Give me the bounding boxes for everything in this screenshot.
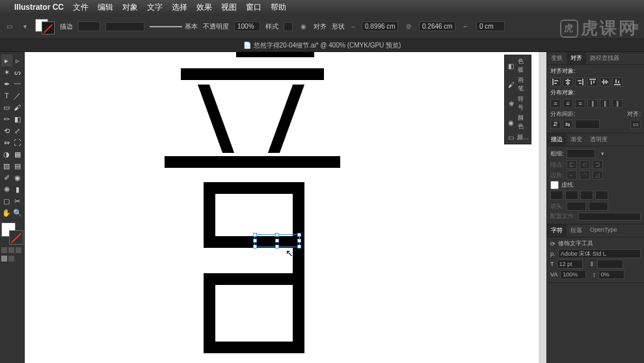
dashed-checkbox[interactable] xyxy=(550,181,559,189)
menu-effect[interactable]: 效果 xyxy=(196,2,212,13)
arrow-end[interactable] xyxy=(589,202,608,211)
link-wh-icon[interactable]: ⊘ xyxy=(403,21,414,32)
brush-def[interactable]: 基本 xyxy=(150,22,198,31)
line-tool[interactable]: ／ xyxy=(12,90,23,101)
character-tabs[interactable]: 字符 段落 OpenType xyxy=(547,224,644,237)
tab-transparency[interactable]: 透明度 xyxy=(586,133,611,146)
dist-vspace[interactable]: ⇵ xyxy=(550,120,561,129)
tab-transform[interactable]: 变换 xyxy=(547,52,567,64)
symbol-sprayer-tool[interactable]: ❋ xyxy=(1,183,12,195)
mesh-tool[interactable]: ▨ xyxy=(1,160,12,172)
stroke-grad-tabs[interactable]: 描边 渐变 透明度 xyxy=(547,133,644,146)
cap-square[interactable]: ⊐ xyxy=(593,160,603,169)
fill-stroke-color[interactable] xyxy=(1,222,23,245)
menu-window[interactable]: 窗口 xyxy=(246,2,262,13)
stroke-weight-rinput[interactable] xyxy=(567,149,595,158)
tab-paragraph[interactable]: 段落 xyxy=(567,224,586,237)
dash2[interactable] xyxy=(580,191,593,200)
join-bevel[interactable]: ◿ xyxy=(593,170,603,180)
menu-edit[interactable]: 编辑 xyxy=(98,2,113,13)
transform-align-tabs[interactable]: 变换 对齐 路径查找器 xyxy=(547,52,644,65)
canvas[interactable]: ↖ xyxy=(25,52,546,363)
eraser-tool[interactable]: ◧ xyxy=(12,113,23,125)
panel-menu-icon[interactable]: ▥ xyxy=(630,21,640,32)
selection-tool[interactable]: ▸ xyxy=(1,55,12,66)
touch-type-icon[interactable]: ⟳ xyxy=(550,241,556,247)
align-to-selection[interactable]: ▭ xyxy=(630,120,641,129)
tab-pathfinder[interactable]: 路径查找器 xyxy=(586,52,623,64)
mini-colorguide[interactable]: ▭颜… xyxy=(507,133,529,142)
curvature-tool[interactable]: 〰 xyxy=(12,78,23,90)
font-family-input[interactable] xyxy=(558,249,641,258)
stroke-profile-select[interactable] xyxy=(578,213,641,221)
magic-wand-tool[interactable]: ✶ xyxy=(1,66,12,78)
mini-symbols[interactable]: ❋符号 xyxy=(507,95,529,112)
menu-select[interactable]: 选择 xyxy=(172,2,187,13)
pen-tool[interactable]: ✒ xyxy=(1,78,12,90)
column-graph-tool[interactable]: ▮ xyxy=(12,183,23,195)
align-hcenter[interactable] xyxy=(563,77,573,87)
stroke-profile[interactable] xyxy=(105,22,144,31)
dist-spacing-input[interactable] xyxy=(575,120,600,129)
align-label[interactable]: 对齐 xyxy=(314,22,327,31)
leading-input[interactable] xyxy=(597,260,623,269)
align-top[interactable] xyxy=(587,77,598,87)
slice-tool[interactable]: ✂ xyxy=(12,195,23,207)
rotate-tool[interactable]: ⟲ xyxy=(1,125,12,137)
align-bottom[interactable] xyxy=(612,77,623,87)
baseline-input[interactable] xyxy=(598,270,624,279)
gap1[interactable] xyxy=(565,191,578,200)
document-tab[interactable]: 📄 悠然字得20-04细节.ai* @ 400% (CMYK/GPU 预览) xyxy=(0,39,644,52)
stroke-weight-stepper[interactable]: ▾ xyxy=(598,148,608,159)
selection-bounding-box[interactable] xyxy=(254,234,300,247)
mini-swatches[interactable]: ◧色板 xyxy=(507,57,529,74)
font-size-input[interactable] xyxy=(557,260,583,269)
touch-type-label[interactable]: 修饰文字工具 xyxy=(558,239,593,248)
gradient-tool[interactable]: ▤ xyxy=(12,160,23,172)
tab-stroke[interactable]: 描边 xyxy=(547,133,567,146)
rectangle-tool[interactable]: ▭ xyxy=(1,101,12,113)
color-mode-row[interactable] xyxy=(1,247,23,253)
dist-top[interactable]: ≡ xyxy=(550,99,561,108)
join-miter[interactable]: ⌐ xyxy=(567,170,577,180)
dist-hspace[interactable]: ⇆ xyxy=(563,120,573,129)
type-tool[interactable]: T xyxy=(1,90,12,101)
menu-file[interactable]: 文件 xyxy=(73,2,88,13)
cap-butt[interactable]: ⊏ xyxy=(567,160,577,169)
tab-character[interactable]: 字符 xyxy=(547,224,567,237)
dash1[interactable] xyxy=(550,191,563,200)
perspective-tool[interactable]: ▦ xyxy=(12,148,23,160)
width-tool[interactable]: ⇔ xyxy=(1,137,12,148)
mini-brushes[interactable]: 🖌画笔 xyxy=(507,76,529,93)
dist-left[interactable]: ‖ xyxy=(587,99,598,108)
blend-tool[interactable]: ◉ xyxy=(12,172,23,183)
collapsed-panel-dock[interactable]: ◧色板 🖌画笔 ❋符号 ◉颜色 ▭颜… xyxy=(504,55,531,144)
font-search-icon[interactable]: ρ. xyxy=(550,250,556,257)
tracking-input[interactable] xyxy=(560,270,586,279)
lasso-tool[interactable]: ᔕ xyxy=(12,66,23,78)
shape-builder-tool[interactable]: ◑ xyxy=(1,148,12,160)
artboard-tool[interactable]: ▢ xyxy=(1,195,12,207)
graphic-style[interactable] xyxy=(284,22,293,31)
corner-radius-input[interactable] xyxy=(476,21,505,31)
shape-width-input[interactable] xyxy=(362,21,398,31)
stroke-weight-input[interactable] xyxy=(78,21,100,31)
menu-type[interactable]: 文字 xyxy=(147,2,163,13)
dist-right[interactable]: ‖ xyxy=(612,99,623,108)
zoom-tool[interactable]: 🔍 xyxy=(12,207,23,219)
free-transform-tool[interactable]: ⛶ xyxy=(12,137,23,148)
tab-align[interactable]: 对齐 xyxy=(567,52,586,64)
gap2[interactable] xyxy=(595,191,608,200)
shaper-tool[interactable]: ✏ xyxy=(1,113,12,125)
direct-selection-tool[interactable]: ▹ xyxy=(12,55,23,66)
paintbrush-tool[interactable]: 🖌 xyxy=(12,101,23,113)
eyedropper-tool[interactable]: ✐ xyxy=(1,172,12,183)
hand-tool[interactable]: ✋ xyxy=(1,207,12,219)
doc-info-icon[interactable]: ◉ xyxy=(298,21,308,32)
fill-stroke-swatch[interactable] xyxy=(35,19,55,34)
tab-gradient[interactable]: 渐变 xyxy=(567,133,586,146)
align-vcenter[interactable] xyxy=(600,77,610,87)
cap-round[interactable]: ⊂ xyxy=(580,160,590,169)
mini-color[interactable]: ◉颜色 xyxy=(507,114,529,131)
align-left[interactable] xyxy=(550,77,561,87)
